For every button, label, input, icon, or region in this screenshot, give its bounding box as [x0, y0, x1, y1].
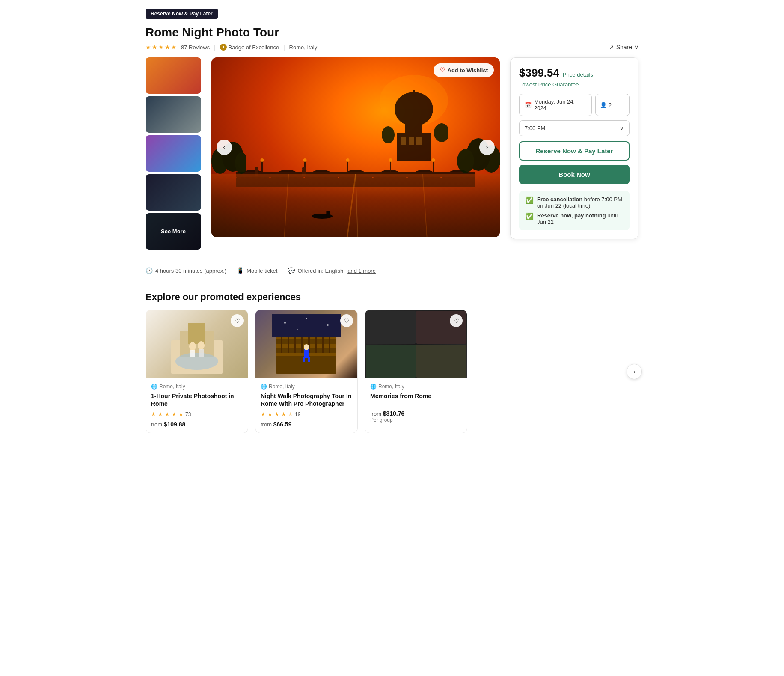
- section-title: Explore our promoted experiences: [146, 292, 638, 303]
- svg-rect-57: [315, 336, 317, 353]
- thumbnail-1[interactable]: [146, 57, 201, 94]
- thumbnail-4[interactable]: [146, 174, 201, 211]
- card-location-text-2: Rome, Italy: [269, 384, 295, 390]
- svg-point-27: [302, 167, 306, 171]
- lowest-price-guarantee[interactable]: Lowest Price Guarantee: [519, 81, 630, 88]
- heart-icon-2: ♡: [344, 317, 350, 324]
- thumbnail-2[interactable]: [146, 96, 201, 133]
- water-reflections-svg: [211, 174, 500, 237]
- collage-4: [416, 345, 466, 378]
- share-chevron-icon: ∨: [634, 44, 638, 51]
- meta-row: ★ ★ ★ ★ ★ 87 Reviews | ✦ Badge of Excell…: [146, 44, 638, 51]
- svg-point-44: [189, 342, 196, 351]
- reserve-now-text: Reserve now, pay nothing until Jun 22: [537, 212, 624, 225]
- badge-excellence: ✦ Badge of Excellence: [220, 44, 279, 51]
- date-picker[interactable]: 📅 Monday, Jun 24, 2024: [519, 94, 592, 116]
- svg-rect-33: [326, 211, 330, 217]
- card-title-3: Memories from Rome: [370, 392, 462, 400]
- ticket-text: Mobile ticket: [246, 268, 277, 274]
- person-icon: 👤: [600, 102, 607, 108]
- card-location-2: 🌐 Rome, Italy: [261, 384, 352, 390]
- card-location-text-3: Rome, Italy: [378, 384, 404, 390]
- carousel-next-button[interactable]: ›: [627, 364, 642, 379]
- svg-rect-59: [329, 336, 330, 353]
- clock-icon: 🕐: [146, 267, 153, 274]
- reserve-now-label[interactable]: Reserve now, pay nothing: [537, 212, 606, 219]
- experience-card-1[interactable]: ♡ 🌐 Rome, Italy 1-Hour Private Photoshoo…: [146, 310, 248, 433]
- book-now-button[interactable]: Book Now: [519, 165, 630, 184]
- svg-point-66: [306, 318, 307, 319]
- card-stars-2: ★ ★ ★ ★ ★ 19: [261, 411, 352, 417]
- card-wishlist-1[interactable]: ♡: [231, 314, 244, 327]
- main-image-container: ‹ › ♡ Add to Wishlist: [211, 57, 500, 237]
- experiences-row: ♡ 🌐 Rome, Italy 1-Hour Private Photoshoo…: [146, 310, 638, 433]
- card-star-2-2: ★: [267, 411, 273, 417]
- booking-panel: $399.54 Price details Lowest Price Guara…: [510, 57, 638, 239]
- experience-card-3[interactable]: ♡ 🌐 Rome, Italy Memories from Rome from …: [365, 310, 467, 433]
- heart-icon-1: ♡: [235, 317, 240, 324]
- duration-item: 🕐 4 hours 30 minutes (approx.): [146, 267, 226, 274]
- svg-rect-43: [188, 323, 205, 344]
- duration-text: 4 hours 30 minutes (approx.): [155, 268, 226, 274]
- star-rating: ★ ★ ★ ★ ★: [146, 44, 177, 51]
- card-price-from-1: from: [151, 421, 162, 428]
- globe-icon-1: 🌐: [151, 384, 157, 390]
- image-prev-button[interactable]: ‹: [217, 140, 232, 155]
- svg-rect-54: [294, 336, 296, 353]
- reserve-now-pay-later-button[interactable]: Reserve Now & Pay Later: [519, 141, 630, 161]
- guest-picker[interactable]: 👤 2: [595, 94, 630, 116]
- card-body-2: 🌐 Rome, Italy Night Walk Photography Tou…: [255, 378, 357, 433]
- svg-point-17: [303, 158, 307, 162]
- svg-line-28: [347, 174, 356, 237]
- thumbnails: See More: [146, 57, 201, 250]
- free-cancellation-label[interactable]: Free cancellation: [537, 196, 582, 203]
- card-reviews-1: 73: [185, 411, 191, 417]
- card-location-text-1: Rome, Italy: [159, 384, 185, 390]
- star-3: ★: [158, 44, 164, 51]
- price-details-link[interactable]: Price details: [563, 71, 593, 78]
- svg-point-39: [457, 149, 474, 173]
- thumbnail-5-see-more[interactable]: See More: [146, 213, 201, 250]
- svg-line-31: [423, 174, 427, 237]
- time-value: 7:00 PM: [525, 125, 545, 131]
- free-cancellation-item: ✅ Free cancellation before 7:00 PM on Ju…: [525, 196, 624, 209]
- card-illustration-2: [272, 314, 341, 374]
- svg-point-46: [198, 341, 205, 350]
- price-amount: $399.54: [519, 66, 559, 80]
- svg-point-12: [434, 123, 448, 142]
- card-location-1: 🌐 Rome, Italy: [151, 384, 243, 390]
- experience-card-2[interactable]: ♡ 🌐 Rome, Italy Night Walk Photography T…: [255, 310, 358, 433]
- add-to-wishlist-button[interactable]: ♡ Add to Wishlist: [434, 63, 494, 77]
- svg-rect-22: [433, 161, 434, 173]
- card-star-2-3: ★: [274, 411, 279, 417]
- globe-icon-2: 🌐: [261, 384, 267, 390]
- share-button[interactable]: ↗ Share ∨: [609, 44, 638, 51]
- star-2: ★: [152, 44, 157, 51]
- svg-point-67: [327, 324, 329, 326]
- time-selector[interactable]: 7:00 PM ∨: [519, 120, 630, 136]
- speech-icon: 💬: [288, 267, 295, 274]
- card-wishlist-2[interactable]: ♡: [340, 314, 353, 327]
- svg-rect-53: [288, 336, 289, 353]
- card-star-1-5: ★: [178, 411, 184, 417]
- date-value: Monday, Jun 24, 2024: [534, 98, 586, 111]
- svg-point-21: [389, 158, 392, 162]
- chevron-right-icon: ›: [486, 143, 488, 151]
- time-chevron-icon: ∨: [620, 125, 624, 131]
- reserve-badge-label: Reserve Now & Pay Later: [146, 9, 218, 19]
- reserve-now-item: ✅ Reserve now, pay nothing until Jun 22: [525, 212, 624, 225]
- promoted-experiences-section: Explore our promoted experiences: [146, 292, 638, 433]
- card-star-2-1: ★: [261, 411, 266, 417]
- thumbnail-3[interactable]: [146, 135, 201, 172]
- card-star-2-4: ★: [281, 411, 286, 417]
- check-icon-2: ✅: [525, 212, 534, 220]
- card-price-value-2: $66.59: [273, 421, 292, 428]
- calendar-icon: 📅: [525, 102, 532, 108]
- svg-rect-20: [390, 161, 391, 173]
- svg-point-42: [175, 353, 218, 370]
- image-next-button[interactable]: ›: [479, 140, 495, 155]
- card-stars-1: ★ ★ ★ ★ ★ 73: [151, 411, 243, 417]
- language-more-link[interactable]: and 1 more: [347, 268, 376, 274]
- reserve-badge: Reserve Now & Pay Later: [146, 9, 638, 26]
- card-wishlist-3[interactable]: ♡: [450, 314, 463, 327]
